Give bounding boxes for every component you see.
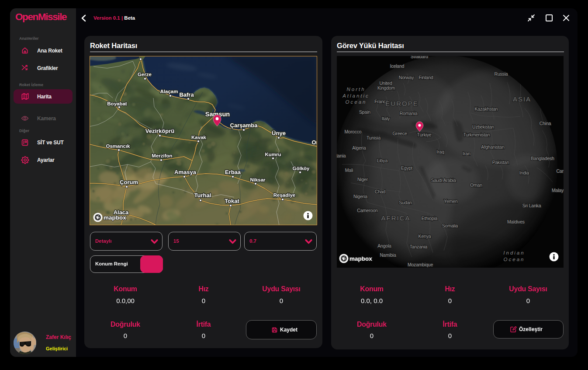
svg-text:Tunisia: Tunisia: [367, 135, 380, 140]
svg-text:Kingdom: Kingdom: [377, 85, 395, 91]
svg-text:Alaçam: Alaçam: [160, 89, 178, 94]
svg-text:Boyabat: Boyabat: [107, 101, 127, 106]
svg-text:Kazakhstan: Kazakhstan: [475, 106, 498, 112]
svg-text:Finland: Finland: [419, 75, 433, 80]
svg-text:Bafra: Bafra: [179, 91, 194, 98]
svg-text:Camb: Camb: [556, 168, 564, 174]
svg-text:Saudi Arabia: Saudi Arabia: [431, 178, 456, 183]
svg-text:China: China: [540, 121, 551, 126]
svg-text:Ocean: Ocean: [346, 99, 367, 105]
svg-text:Indian: Indian: [503, 250, 525, 255]
svg-text:Or: Or: [311, 139, 317, 146]
svg-text:Niksar: Niksar: [250, 177, 266, 182]
svg-text:Turkmenistan: Turkmenistan: [463, 132, 490, 137]
svg-text:Somalia: Somalia: [442, 223, 458, 228]
svg-text:Afghanistan: Afghanistan: [481, 144, 505, 150]
svg-text:Morocco: Morocco: [345, 129, 362, 134]
svg-text:Niger: Niger: [357, 177, 368, 182]
svg-text:Kumru: Kumru: [265, 152, 281, 157]
svg-text:EUROPE: EUROPE: [385, 100, 418, 107]
svg-text:India: India: [519, 170, 529, 175]
svg-text:Gölköy: Gölköy: [293, 166, 310, 171]
svg-text:Ethiopia: Ethiopia: [422, 216, 438, 221]
svg-text:Merzifon: Merzifon: [152, 153, 172, 158]
svg-text:Vezirköprü: Vezirköprü: [145, 128, 175, 134]
svg-text:Amasya: Amasya: [174, 169, 197, 175]
svg-text:Reşadiye: Reşadiye: [273, 192, 296, 198]
svg-text:Osmancık: Osmancık: [106, 143, 131, 149]
svg-text:Mozambique: Mozambique: [408, 262, 433, 267]
svg-text:Tanzania: Tanzania: [410, 244, 428, 249]
svg-text:Namibia: Namibia: [380, 252, 396, 258]
svg-text:Kavak: Kavak: [191, 135, 206, 140]
svg-text:Chad: Chad: [375, 189, 386, 194]
svg-text:Erbaa: Erbaa: [225, 169, 241, 175]
svg-text:Iceland: Iceland: [390, 63, 405, 69]
svg-text:mapbox: mapbox: [104, 214, 126, 221]
svg-text:Kenya: Kenya: [419, 234, 431, 239]
svg-text:Svalbard: Svalbard: [411, 56, 428, 59]
svg-text:Iraq: Iraq: [436, 149, 444, 154]
svg-text:Egypt: Egypt: [401, 165, 412, 171]
svg-text:North: North: [346, 87, 365, 92]
svg-text:Türkiye: Türkiye: [417, 132, 431, 137]
svg-text:Malays: Malays: [552, 188, 564, 193]
svg-text:Mali: Mali: [345, 168, 353, 173]
svg-text:Cameroon: Cameroon: [357, 208, 378, 213]
svg-text:Gerze: Gerze: [138, 72, 152, 77]
svg-text:Oman: Oman: [470, 182, 482, 188]
svg-text:Algeria: Algeria: [352, 145, 366, 150]
svg-text:AFRICA: AFRICA: [381, 214, 410, 222]
svg-text:ASIA: ASIA: [513, 95, 531, 103]
svg-text:Norway: Norway: [399, 75, 414, 80]
svg-text:Turhal: Turhal: [194, 192, 211, 199]
svg-text:Pakistan: Pakistan: [492, 160, 509, 165]
svg-text:Iran: Iran: [463, 151, 470, 156]
svg-text:Ünye: Ünye: [272, 130, 286, 136]
svg-text:Yemen: Yemen: [444, 199, 458, 204]
svg-text:Nigeria: Nigeria: [353, 194, 367, 199]
svg-text:uritania: uritania: [337, 153, 346, 158]
svg-text:Ocean: Ocean: [504, 257, 525, 262]
svg-text:Sri Lanka: Sri Lanka: [522, 203, 541, 208]
svg-text:Libya: Libya: [377, 158, 387, 163]
svg-text:Çarşamba: Çarşamba: [230, 122, 258, 129]
svg-text:Russia: Russia: [495, 71, 508, 77]
svg-text:Tokat: Tokat: [225, 198, 239, 204]
svg-text:Atlantic: Atlantic: [342, 93, 370, 98]
svg-text:Çorum: Çorum: [120, 179, 138, 185]
svg-text:Romania: Romania: [400, 111, 418, 116]
svg-text:Greece: Greece: [392, 131, 407, 136]
svg-text:Sudan: Sudan: [399, 200, 412, 205]
svg-text:Bangladesh: Bangladesh: [531, 156, 554, 161]
svg-text:Uzbekistan: Uzbekistan: [472, 124, 494, 129]
svg-text:mapbox: mapbox: [349, 255, 372, 262]
svg-text:Angola: Angola: [377, 243, 391, 248]
svg-text:Italy: Italy: [382, 116, 390, 121]
svg-text:Maldives: Maldives: [507, 219, 525, 224]
svg-text:Spain: Spain: [359, 109, 370, 115]
